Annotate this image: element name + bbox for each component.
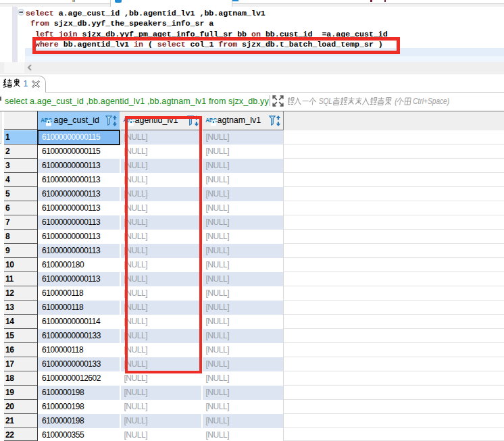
svg-text:ABC: ABC [205, 116, 217, 124]
svg-text:SQL: SQL [319, 97, 332, 105]
svg-text:(: ( [395, 97, 398, 105]
svg-text:1: 1 [24, 79, 28, 88]
svg-text:ABC: ABC [41, 116, 52, 124]
svg-text:Ctrl+Space): Ctrl+Space) [413, 97, 449, 105]
